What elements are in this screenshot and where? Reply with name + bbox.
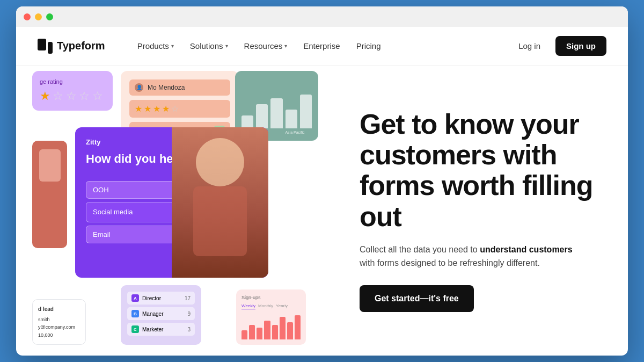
nav-item-products[interactable]: Products ▾ bbox=[131, 38, 180, 54]
nav-item-solutions[interactable]: Solutions ▾ bbox=[184, 38, 235, 54]
hero-subtitle-plain: Collect all the data you need to bbox=[360, 245, 480, 254]
signup-label: Sign-ups bbox=[241, 295, 301, 300]
person-silhouette bbox=[172, 127, 268, 278]
hero-subtitle: Collect all the data you need to underst… bbox=[360, 243, 585, 270]
option-label: Social media bbox=[93, 208, 133, 216]
nav-links: Products ▾ Solutions ▾ Resources ▾ Enter… bbox=[131, 38, 510, 54]
chart-bar bbox=[286, 110, 297, 128]
login-button[interactable]: Log in bbox=[510, 37, 549, 55]
star-empty-icon: ☆ bbox=[66, 89, 77, 103]
signup-button[interactable]: Sign up bbox=[555, 36, 606, 56]
collage-grid: ge rating ★ ☆ ☆ ☆ ☆ 👤 Mo Men bbox=[16, 66, 327, 356]
card-rating: ge rating ★ ☆ ☆ ☆ ☆ bbox=[32, 71, 113, 111]
role-item-marketer: C Marketer 3 bbox=[127, 323, 195, 336]
nav-item-enterprise[interactable]: Enterprise bbox=[297, 38, 346, 54]
collage-area: ge rating ★ ☆ ☆ ☆ ☆ 👤 Mo Men bbox=[16, 66, 327, 356]
star-filled-icon: ★ bbox=[40, 89, 50, 103]
profile-stars-field: ★ ★ ★ ★ ☆ bbox=[129, 100, 230, 118]
role-count: 3 bbox=[187, 327, 191, 332]
signup-bar bbox=[264, 321, 270, 339]
role-badge-c: C bbox=[131, 325, 139, 333]
profile-name: Mo Mendoza bbox=[148, 84, 185, 91]
logo[interactable]: Typeform bbox=[38, 39, 105, 54]
role-count: 9 bbox=[187, 311, 191, 317]
card-lead: d lead smith y@company.com 10,000 bbox=[32, 299, 86, 345]
user-icon: 👤 bbox=[135, 83, 143, 92]
star-empty-icon: ☆ bbox=[92, 89, 103, 103]
nav-right: Log in Sign up bbox=[510, 36, 606, 56]
nav-label-solutions: Solutions bbox=[190, 41, 223, 50]
role-badge-b: B bbox=[131, 310, 139, 317]
rating-label: ge rating bbox=[40, 78, 105, 85]
profile-name-field: 👤 Mo Mendoza bbox=[129, 79, 230, 96]
option-monthly[interactable]: Monthly bbox=[258, 303, 273, 309]
card-survey: Zitty How did you hear about us? OOH Soc… bbox=[75, 127, 268, 278]
card-signup: Sign-ups Weekly Monthly Yearly bbox=[236, 289, 306, 345]
star-empty-icon: ☆ bbox=[171, 104, 179, 114]
star-filled-icon: ★ bbox=[162, 104, 170, 114]
main-content: ge rating ★ ☆ ☆ ☆ ☆ 👤 Mo Men bbox=[16, 66, 628, 356]
nav-label-enterprise: Enterprise bbox=[303, 41, 340, 50]
browser-content: Typeform Products ▾ Solutions ▾ Resource… bbox=[16, 27, 628, 356]
star-filled-icon: ★ bbox=[153, 104, 160, 114]
nav-label-resources: Resources bbox=[244, 41, 283, 50]
maximize-dot[interactable] bbox=[46, 13, 53, 20]
nav-item-resources[interactable]: Resources ▾ bbox=[238, 38, 294, 54]
lead-email: y@company.com bbox=[38, 323, 80, 331]
minimize-dot[interactable] bbox=[35, 13, 42, 20]
block-coral bbox=[32, 141, 67, 248]
lead-amount: 10,000 bbox=[38, 331, 80, 339]
hero-section: Get to know your customers with forms wo… bbox=[327, 66, 628, 356]
star-filled-icon: ★ bbox=[135, 104, 142, 114]
star-filled-icon: ★ bbox=[144, 104, 151, 114]
browser-window: Typeform Products ▾ Solutions ▾ Resource… bbox=[16, 6, 628, 356]
navbar: Typeform Products ▾ Solutions ▾ Resource… bbox=[16, 27, 628, 66]
photo-overlay bbox=[172, 127, 268, 278]
logo-text: Typeform bbox=[57, 40, 105, 52]
signup-bar bbox=[257, 328, 262, 340]
nav-item-pricing[interactable]: Pricing bbox=[350, 38, 387, 54]
star-empty-icon: ☆ bbox=[53, 89, 63, 103]
signup-bar bbox=[287, 322, 293, 340]
role-item-manager: B Manager 9 bbox=[127, 307, 195, 320]
option-label: Email bbox=[93, 230, 111, 238]
role-item-director: A Director 17 bbox=[127, 292, 195, 305]
star-empty-icon: ☆ bbox=[79, 89, 90, 103]
option-weekly[interactable]: Weekly bbox=[241, 303, 255, 309]
chevron-down-icon: ▾ bbox=[225, 43, 228, 49]
lead-name: smith bbox=[38, 316, 80, 323]
signup-bar bbox=[280, 317, 286, 340]
chart-bars bbox=[241, 91, 312, 128]
chart-bar bbox=[256, 104, 268, 129]
coral-inner bbox=[39, 149, 61, 182]
chart-bar bbox=[270, 98, 282, 128]
role-count: 17 bbox=[185, 295, 191, 301]
chart-bar bbox=[241, 115, 253, 129]
role-label: Marketer bbox=[142, 327, 163, 332]
chevron-down-icon: ▾ bbox=[171, 43, 174, 49]
hero-subtitle-bold: understand customers bbox=[480, 245, 572, 254]
signup-options: Weekly Monthly Yearly bbox=[241, 303, 301, 309]
role-badge-a: A bbox=[131, 294, 139, 302]
signup-bar bbox=[272, 325, 278, 340]
lead-title: d lead bbox=[38, 305, 80, 314]
cta-button[interactable]: Get started—it's free bbox=[360, 285, 474, 312]
rating-stars: ★ ☆ ☆ ☆ ☆ bbox=[40, 89, 105, 103]
role-label: Director bbox=[142, 295, 161, 301]
nav-label-products: Products bbox=[137, 41, 169, 50]
titlebar bbox=[16, 6, 628, 27]
logo-icon bbox=[38, 39, 53, 54]
stars-row: ★ ★ ★ ★ ☆ bbox=[135, 104, 179, 114]
option-yearly[interactable]: Yearly bbox=[276, 303, 288, 309]
close-dot[interactable] bbox=[24, 13, 31, 20]
signup-chart bbox=[241, 313, 301, 339]
role-label: Manager bbox=[142, 311, 163, 317]
chart-label: Asia Pacific bbox=[278, 131, 312, 134]
signup-bar bbox=[241, 330, 247, 340]
option-label: OOH bbox=[93, 186, 109, 194]
chart-bar bbox=[300, 95, 312, 128]
card-roles: A Director 17 B Manager 9 C Marketer bbox=[121, 285, 201, 345]
chevron-down-icon: ▾ bbox=[284, 43, 287, 49]
signup-bar bbox=[295, 315, 301, 339]
hero-subtitle-end: with forms designed to be refreshingly d… bbox=[360, 258, 540, 267]
